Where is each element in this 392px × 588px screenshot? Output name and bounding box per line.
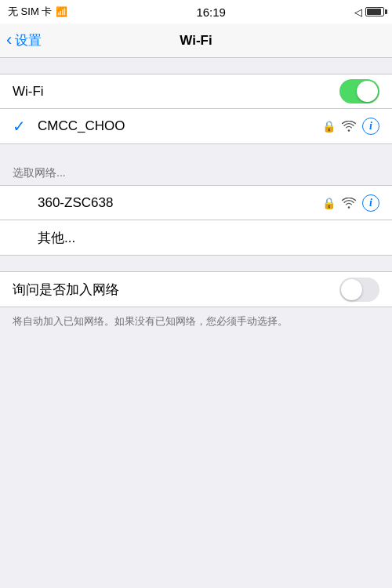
wifi-toggle-row: Wi-Fi (0, 74, 392, 109)
toggle-thumb (357, 81, 378, 102)
status-bar: 无 SIM 卡 📶 16:19 ◁ (0, 0, 392, 24)
ask-toggle-thumb (341, 279, 362, 300)
connected-network-icons: 🔒 i (322, 118, 379, 135)
checkmark-icon: ✓ (13, 117, 28, 136)
wifi-signal-icon (342, 121, 356, 132)
content: Wi-Fi ✓ CMCC_CHOO 🔒 i 选取网络... (0, 58, 392, 339)
network-row[interactable]: ✓ 360-ZSC638 🔒 i (0, 186, 392, 220)
connected-network-info-button[interactable]: i (362, 118, 379, 135)
network-icons-0: 🔒 i (322, 194, 379, 212)
sim-icon: 📶 (56, 6, 67, 17)
back-button[interactable]: ‹ 设置 (6, 31, 42, 49)
section-gap-1 (0, 58, 392, 74)
network-name-0: 360-ZSC638 (38, 195, 322, 211)
network-info-button-0[interactable]: i (362, 194, 379, 212)
status-left: 无 SIM 卡 📶 (8, 5, 67, 19)
wifi-label: Wi-Fi (13, 84, 339, 100)
back-chevron-icon: ‹ (6, 31, 12, 49)
carrier-label: 无 SIM 卡 (8, 5, 52, 19)
connected-network-name: CMCC_CHOO (38, 118, 322, 134)
networks-section: ✓ 360-ZSC638 🔒 i ✓ 其他... (0, 185, 392, 256)
lock-icon-0: 🔒 (322, 197, 336, 209)
other-networks-label: 其他... (38, 229, 379, 247)
status-time: 16:19 (196, 5, 226, 19)
ask-to-join-section: 询问是否加入网络 (0, 271, 392, 307)
other-networks-row[interactable]: ✓ 其他... (0, 220, 392, 255)
wifi-toggle[interactable] (339, 79, 379, 103)
ask-to-join-row: 询问是否加入网络 (0, 272, 392, 307)
nav-bar: ‹ 设置 Wi-Fi (0, 24, 392, 58)
wifi-toggle-section: Wi-Fi ✓ CMCC_CHOO 🔒 i (0, 74, 392, 144)
connected-network-row[interactable]: ✓ CMCC_CHOO 🔒 i (0, 109, 392, 143)
ask-to-join-description: 将自动加入已知网络。如果没有已知网络，您必须手动选择。 (0, 307, 392, 339)
available-networks-header: 选取网络... (0, 160, 392, 185)
section-gap-2 (0, 144, 392, 160)
section-gap-3 (0, 256, 392, 271)
back-label: 设置 (15, 31, 42, 49)
location-arrow-icon: ◁ (354, 6, 362, 18)
wifi-signal-icon-0 (342, 198, 356, 209)
ask-to-join-toggle[interactable] (339, 278, 379, 302)
status-right: ◁ (354, 6, 384, 18)
lock-icon: 🔒 (322, 120, 336, 132)
ask-to-join-label: 询问是否加入网络 (13, 281, 339, 299)
battery-icon (365, 7, 384, 16)
page-title: Wi-Fi (180, 33, 212, 49)
